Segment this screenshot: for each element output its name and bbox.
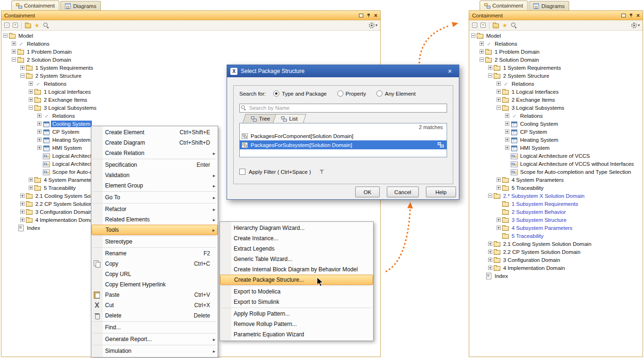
expand-expander-icon[interactable] <box>37 130 41 134</box>
expand-expander-icon[interactable] <box>488 65 492 70</box>
tree-item-2-2-cp-system-solution-domain[interactable]: 2.2 CP System Solution Domain <box>469 248 643 256</box>
menu-item-copy-url[interactable]: Copy URL <box>91 269 218 279</box>
expand-expander-icon[interactable] <box>37 122 41 126</box>
collapse-expander-icon[interactable] <box>497 106 501 110</box>
expand-expander-icon[interactable] <box>20 65 24 70</box>
radio-type-and-package[interactable]: Type and Package <box>273 90 326 97</box>
menu-item-copy[interactable]: CopyCtrl+C <box>91 259 218 269</box>
favorites-icon[interactable]: ★ <box>34 23 40 28</box>
tree-item-logical-architecture-of-vccs-without-interfaces[interactable]: Logical Architecture of VCCS without Int… <box>469 160 643 168</box>
menu-item-cut[interactable]: CutCtrl+X <box>91 300 218 310</box>
collapse-expander-icon[interactable] <box>29 106 33 110</box>
menu-item-create-internal-block-diagram-by-behavior-model[interactable]: Create Internal Block Diagram by Behavio… <box>220 264 373 275</box>
tree-item-2-system-structure[interactable]: 2 System Structure <box>469 72 643 80</box>
tree-item-4-subsystem-parameters[interactable]: 4 Subsystem Parameters <box>469 224 643 232</box>
tree-item-4-system-parameters[interactable]: 4 System Parameters <box>469 176 643 184</box>
expand-expander-icon[interactable] <box>505 138 509 142</box>
menu-item-remove-rollup-pattern[interactable]: Remove Rollup Pattern... <box>220 319 373 329</box>
menu-item-simulation[interactable]: Simulation▸ <box>91 346 218 356</box>
collapse-expander-icon[interactable] <box>20 73 24 78</box>
tree-item-logical-architecture-of-vccs[interactable]: Logical Architecture of VCCS <box>469 152 643 160</box>
menu-item-tools[interactable]: Tools▸ <box>91 225 218 235</box>
search-icon[interactable] <box>511 22 517 28</box>
expand-expander-icon[interactable] <box>20 202 24 206</box>
expand-expander-icon[interactable] <box>497 178 501 182</box>
radio-any-element[interactable]: Any Element <box>376 90 416 97</box>
tree-item-model[interactable]: Model <box>469 32 643 40</box>
search-icon[interactable] <box>43 22 49 28</box>
panel-title-bar[interactable]: Containment × <box>469 11 643 20</box>
tree-item-3-logical-subsystems[interactable]: 3 Logical Subsystems <box>469 104 643 112</box>
tree-item-1-system-requirements[interactable]: 1 System Requirements <box>469 64 643 72</box>
expand-expander-icon[interactable] <box>20 194 24 198</box>
tree-item-scope-for-auto-completion-and-type-selection[interactable]: Scope for Auto-completion and Type Selec… <box>469 168 643 176</box>
menu-item-copy-element-hyperlink[interactable]: Copy Element Hyperlink <box>91 279 218 290</box>
result-item-packagesforsubsystem[interactable]: PackagesForSubsystem[Solution Domain] <box>240 140 447 149</box>
expand-expander-icon[interactable] <box>497 218 501 222</box>
open-folder-icon[interactable] <box>25 24 31 28</box>
menu-item-parametric-equation-wizard[interactable]: Parametric Equation Wizard <box>220 329 373 340</box>
tree-item-relations[interactable]: Relations <box>469 40 643 48</box>
help-button[interactable]: Help <box>426 187 456 197</box>
expand-expander-icon[interactable] <box>29 186 33 190</box>
tree-item-4-implementation-domain[interactable]: 4 Implementation Domain <box>469 264 643 272</box>
tree-item-2-1-cooling-system-solution-domain[interactable]: 2.1 Cooling System Solution Domain <box>469 240 643 248</box>
collapse-expander-icon[interactable] <box>480 57 484 62</box>
menu-item-delete[interactable]: DeleteDelete <box>91 310 218 321</box>
result-item-packagesforcomponent[interactable]: PackagesForComponent[Solution Domain] <box>240 131 447 140</box>
expand-expander-icon[interactable] <box>480 41 484 46</box>
menu-item-stereotype[interactable]: Stereotype <box>91 236 218 247</box>
menu-item-create-package-structure[interactable]: Create Package Structure... <box>220 275 373 285</box>
expand-expander-icon[interactable] <box>29 81 33 86</box>
menu-item-create-relation[interactable]: Create Relation▸ <box>91 148 218 158</box>
tree-item-5-traceability[interactable]: 5 Traceability <box>469 232 643 240</box>
menu-item-validation[interactable]: Validation▸ <box>91 170 218 180</box>
expand-expander-icon[interactable] <box>37 138 41 142</box>
menu-item-rename[interactable]: RenameF2 <box>91 248 218 259</box>
expand-expander-icon[interactable] <box>488 258 492 262</box>
expand-expander-icon[interactable] <box>497 90 501 94</box>
apply-filter-checkbox[interactable] <box>239 169 245 175</box>
menu-item-paste[interactable]: PasteCtrl+V <box>91 290 218 300</box>
tree-item-3-configuration-domain[interactable]: 3 Configuration Domain <box>469 256 643 264</box>
menu-item-export-to-simulink[interactable]: Export to Simulink <box>220 297 373 307</box>
collapse-expander-icon[interactable] <box>471 33 475 38</box>
open-folder-icon[interactable] <box>493 24 499 28</box>
tree-item-1-logical-interfaces[interactable]: 1 Logical Interfaces <box>469 88 643 96</box>
expand-expander-icon[interactable] <box>29 98 33 102</box>
menu-item-apply-rollup-pattern[interactable]: Apply Rollup Pattern... <box>220 309 373 319</box>
tab-containment-left[interactable]: Containment <box>11 0 59 10</box>
expand-expander-icon[interactable] <box>505 114 509 118</box>
expand-all-icon[interactable] <box>13 23 18 28</box>
expand-all-icon[interactable] <box>481 23 486 28</box>
menu-item-specification[interactable]: SpecificationEnter <box>91 160 218 170</box>
expand-expander-icon[interactable] <box>20 218 24 222</box>
auto-hide-pin-icon[interactable] <box>629 13 633 18</box>
collapse-expander-icon[interactable] <box>488 194 492 198</box>
tree-item-2-subsystem-x-solution-domain[interactable]: 2.* Subsystem X Solution Domain <box>469 192 643 200</box>
menu-item-hierarchy-diagram-wizard[interactable]: Hierarchy Diagram Wizard... <box>220 223 373 233</box>
tree-item-1-subsystem-requirements[interactable]: 1 Subsystem Requirements <box>469 200 643 208</box>
expand-expander-icon[interactable] <box>480 49 484 54</box>
expand-expander-icon[interactable] <box>488 242 492 246</box>
tree-item-2-solution-domain[interactable]: 2 Solution Domain <box>1 56 380 64</box>
expand-expander-icon[interactable] <box>497 81 501 86</box>
expand-expander-icon[interactable] <box>29 90 33 94</box>
expand-expander-icon[interactable] <box>505 122 509 126</box>
collapse-all-icon[interactable] <box>472 23 477 28</box>
float-window-icon[interactable] <box>359 14 363 17</box>
expand-expander-icon[interactable] <box>497 226 501 230</box>
menu-item-element-group[interactable]: Element Group▸ <box>91 180 218 191</box>
menu-item-generate-report[interactable]: Generate Report...▸ <box>91 334 218 344</box>
tab-list[interactable]: List <box>273 114 306 123</box>
radio-property[interactable]: Property <box>337 90 366 97</box>
tree-item-heating-system[interactable]: Heating System <box>469 136 643 144</box>
collapse-all-icon[interactable] <box>4 23 9 28</box>
tree-item-1-problem-domain[interactable]: 1 Problem Domain <box>469 48 643 56</box>
tree-item-model[interactable]: Model <box>1 32 380 40</box>
tree-item-relations[interactable]: Relations <box>469 80 643 88</box>
search-input[interactable] <box>239 104 447 113</box>
expand-expander-icon[interactable] <box>12 41 16 46</box>
expand-expander-icon[interactable] <box>12 49 16 54</box>
collapse-expander-icon[interactable] <box>488 73 492 78</box>
